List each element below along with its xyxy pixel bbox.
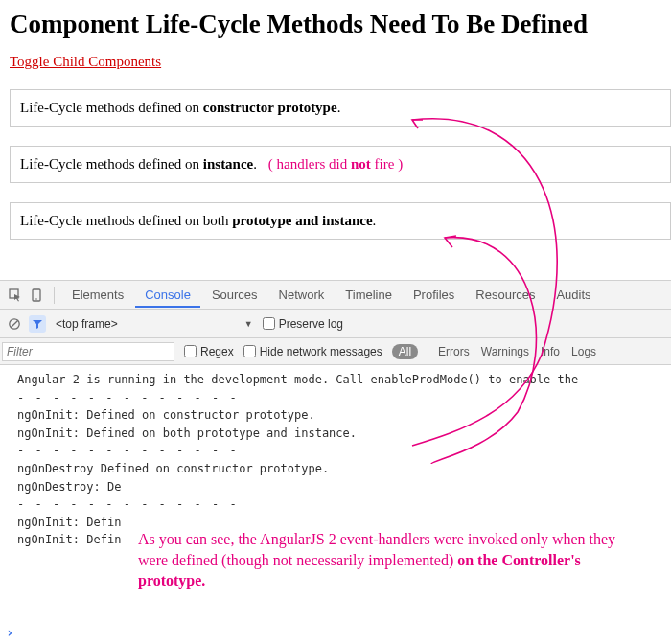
tab-sources[interactable]: Sources (202, 282, 267, 308)
tab-timeline[interactable]: Timeline (336, 282, 402, 308)
page-title: Component Life-Cycle Methods Need To Be … (10, 10, 671, 39)
context-label: <top frame> (56, 317, 118, 331)
box-text: Life-Cycle methods defined on both (20, 213, 232, 228)
box-bold: prototype and instance (232, 213, 372, 228)
console-line: ngOnInit: Defined on constructor prototy… (17, 406, 671, 425)
tab-profiles[interactable]: Profiles (404, 282, 464, 308)
level-all[interactable]: All (392, 344, 418, 359)
annot-part: ( handlers did (268, 156, 351, 172)
devtools-tabbar: Elements Console Sources Network Timelin… (0, 281, 671, 310)
lifecycle-box-prototype: Life-Cycle methods defined on constructo… (10, 89, 671, 126)
svg-point-2 (35, 298, 37, 300)
box-text: Life-Cycle methods defined on (20, 100, 203, 115)
log-level-filters: Errors Warnings Info Logs (438, 345, 596, 358)
console-line: - - - - - - - - - - - - - (17, 389, 671, 407)
box-suffix: . (253, 156, 257, 172)
lifecycle-box-both: Life-Cycle methods defined on both proto… (10, 202, 671, 240)
preserve-log-label: Preserve log (279, 317, 343, 331)
level-warnings[interactable]: Warnings (481, 345, 529, 358)
device-mode-icon[interactable] (27, 286, 46, 305)
toggle-child-components-link[interactable]: Toggle Child Components (10, 54, 161, 70)
chevron-down-icon: ▼ (244, 319, 253, 329)
separator (54, 287, 55, 304)
tab-elements[interactable]: Elements (62, 282, 133, 308)
console-filter-bar: Regex Hide network messages All Errors W… (0, 338, 671, 365)
tab-resources[interactable]: Resources (466, 282, 544, 308)
box-bold: constructor prototype (203, 100, 337, 115)
lifecycle-box-instance: Life-Cycle methods defined on instance. … (10, 146, 671, 183)
annot-bold: not (351, 156, 371, 172)
console-line: ngOnDestroy Defined on constructor proto… (17, 460, 671, 478)
tab-network[interactable]: Network (269, 282, 335, 308)
level-info[interactable]: Info (541, 345, 560, 358)
annotation-block: As you can see, the AngularJS 2 event-ha… (134, 527, 633, 593)
box-suffix: . (337, 100, 341, 115)
level-errors[interactable]: Errors (438, 345, 470, 358)
console-prompt[interactable]: › (6, 625, 13, 640)
preserve-log-checkbox[interactable]: Preserve log (263, 317, 343, 331)
console-line: ngOnDestroy: De (17, 478, 671, 496)
box-suffix: . (373, 213, 377, 228)
regex-label: Regex (200, 345, 234, 358)
filter-input[interactable] (2, 342, 174, 361)
tab-console[interactable]: Console (135, 282, 200, 308)
console-context-bar: <top frame> ▼ Preserve log (0, 310, 671, 338)
hide-network-input[interactable] (243, 345, 256, 357)
filter-toggle-icon[interactable] (29, 315, 46, 333)
console-line: - - - - - - - - - - - - - (17, 442, 671, 460)
inspect-element-icon[interactable] (6, 286, 25, 305)
hide-network-label: Hide network messages (260, 345, 382, 358)
preserve-log-input[interactable] (263, 317, 275, 330)
regex-checkbox[interactable]: Regex (184, 345, 234, 358)
svg-line-4 (11, 320, 18, 328)
annot-part: fire ) (371, 156, 403, 172)
separator (428, 344, 428, 359)
execution-context-select[interactable]: <top frame> ▼ (52, 316, 257, 332)
level-logs[interactable]: Logs (571, 345, 596, 358)
console-line: ngOnInit: Defined on both prototype and … (17, 425, 671, 443)
console-line: Angular 2 is running in the development … (17, 371, 671, 389)
regex-input[interactable] (184, 345, 197, 357)
tab-audits[interactable]: Audits (546, 282, 600, 308)
console-output: Angular 2 is running in the development … (0, 365, 671, 549)
clear-console-icon[interactable] (6, 315, 23, 333)
box-bold: instance (203, 156, 254, 172)
box-text: Life-Cycle methods defined on (20, 156, 203, 172)
hide-network-checkbox[interactable]: Hide network messages (243, 345, 382, 358)
console-line: - - - - - - - - - - - - - (17, 495, 671, 514)
annotation-inline: ( handlers did not fire ) (268, 156, 403, 172)
